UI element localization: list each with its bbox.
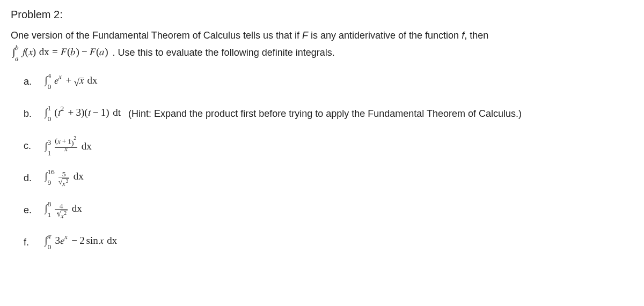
part-f: f. ∫ 0 π 3 ex − 2 sin x dx	[24, 227, 633, 258]
part-c: c. ∫ 1 3 (x+1)2 x dx	[24, 130, 633, 161]
part-b-hint: (Hint: Expand the product first before t…	[128, 108, 522, 120]
part-d-label: d.	[24, 173, 35, 184]
part-a: a. ∫ 0 4 ex + x dx	[24, 66, 633, 97]
part-c-math: ∫ 1 3 (x+1)2 x dx	[43, 136, 92, 155]
part-b-label: b.	[24, 108, 35, 120]
intro-part-1: One version of the Fundamental Theorem o…	[11, 30, 302, 41]
part-e: e. ∫ 1 8 4 x2 3 dx	[24, 195, 633, 226]
intro-var-F: F	[302, 30, 308, 41]
part-b-math: ∫ 0 1 ( t2 +3 ) ( t−1 ) dt	[43, 106, 121, 121]
part-e-math: ∫ 1 8 4 x2 3 dx	[43, 202, 82, 218]
theorem-equation: ∫ a b f(x) dx = F(b) − F(a)	[11, 45, 108, 61]
theorem-upper: b	[15, 45, 19, 50]
part-f-label: f.	[24, 237, 35, 248]
theorem-lower: a	[15, 57, 19, 61]
part-e-label: e.	[24, 205, 35, 216]
part-b: b. ∫ 0 1 ( t2 +3 ) ( t−1 ) dt (Hint: Exp…	[24, 98, 633, 129]
part-a-math: ∫ 0 4 ex + x dx	[43, 74, 98, 89]
theorem-equation-row: ∫ a b f(x) dx = F(b) − F(a) . Use this t…	[11, 45, 633, 61]
problem-title: Problem 2:	[11, 9, 633, 21]
part-d-math: ∫ 9 16 5 x3 dx	[43, 170, 84, 186]
intro-part-3: , then	[464, 30, 488, 41]
intro-part-2: is any antiderivative of the function	[308, 30, 462, 41]
theorem-tail-text: . Use this to evaluate the following def…	[113, 47, 335, 58]
part-d: d. ∫ 9 16 5 x3 dx	[24, 162, 633, 193]
theorem-integrand-f: f	[23, 48, 25, 55]
intro-text: One version of the Fundamental Theorem o…	[11, 28, 633, 43]
theorem-equals: =	[52, 50, 58, 53]
theorem-dx: dx	[39, 48, 49, 55]
part-a-label: a.	[24, 76, 35, 87]
theorem-minus: −	[82, 51, 87, 52]
parts-list: a. ∫ 0 4 ex + x dx b. ∫ 0	[11, 66, 633, 258]
part-f-math: ∫ 0 π 3 ex − 2 sin x dx	[43, 235, 117, 249]
part-c-label: c.	[24, 140, 35, 152]
